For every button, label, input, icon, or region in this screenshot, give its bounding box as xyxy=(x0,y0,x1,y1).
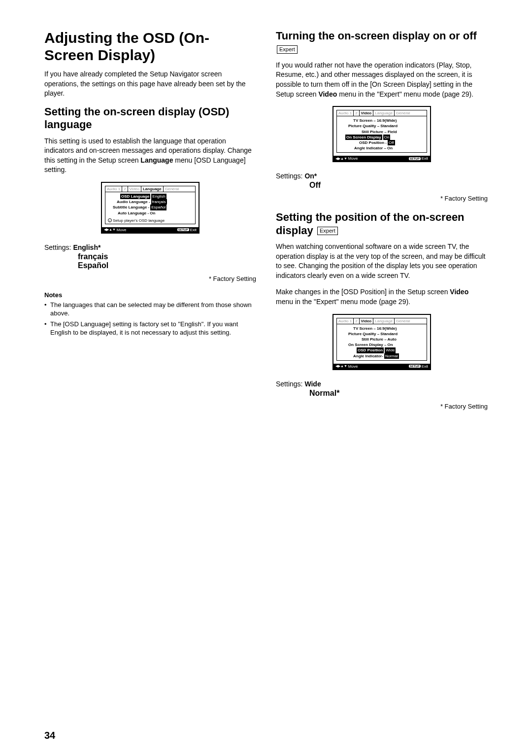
tab-2: 2 xyxy=(122,186,128,192)
note-item: The languages that can be selected may b… xyxy=(44,301,256,318)
tab-audio1: Audio 1 xyxy=(105,186,122,192)
arrow-icons: ◀▶▲▼ xyxy=(104,228,116,232)
setup-button: SETUP xyxy=(409,157,421,160)
note-item: The [OSD Language] setting is factory se… xyxy=(44,320,256,337)
main-heading: Adjusting the OSD (On-Screen Display) xyxy=(44,30,256,64)
factory-setting-note: * Factory Setting xyxy=(44,275,256,282)
intro-text: If you have already completed the Setup … xyxy=(44,69,256,99)
notes-list: The languages that can be selected may b… xyxy=(44,301,256,337)
settings-label: Settings: On* xyxy=(276,172,488,180)
tab-language: Language xyxy=(141,186,164,192)
arrow-icons: ◀▶▲▼ xyxy=(335,364,347,368)
osd-onoff-body: If you would rather not have the operati… xyxy=(276,61,488,99)
factory-setting-note: * Factory Setting xyxy=(276,195,488,202)
settings-label: Settings: Wide xyxy=(276,380,488,388)
setting-off: Off xyxy=(309,181,488,190)
osd-position-body2: Make changes in the [OSD Position] in th… xyxy=(276,287,488,307)
osd-onoff-screenshot: Audio 1 2 Video Language General TV Scre… xyxy=(332,106,431,162)
setting-francais: français xyxy=(78,252,256,261)
setting-espanol: Español xyxy=(78,261,256,270)
osd-language-screenshot: Audio 1 2 Video Language General OSD Lan… xyxy=(101,182,200,234)
setup-button: SETUP xyxy=(409,365,421,368)
setting-normal: Normal* xyxy=(309,389,488,398)
notes-heading: Notes xyxy=(44,291,256,299)
setup-button: SETUP xyxy=(177,228,189,231)
osd-onoff-heading: Turning the on-screen display on or off … xyxy=(276,30,488,56)
tab-general: General xyxy=(164,186,180,192)
expert-tag: Expert xyxy=(277,45,298,54)
settings-label: Settings: English* xyxy=(44,243,256,251)
factory-setting-note: * Factory Setting xyxy=(276,403,488,410)
osd-language-heading: Setting the on-screen display (OSD) lang… xyxy=(44,105,256,132)
osd-position-body1: When watching conventional software on a… xyxy=(276,242,488,280)
tab-video: Video xyxy=(128,186,141,192)
expert-tag: Expert xyxy=(317,227,338,235)
page-number: 34 xyxy=(44,730,55,741)
osd-position-screenshot: Audio 1 2 Video Language General TV Scre… xyxy=(332,314,431,370)
arrow-icons: ◀▶▲▼ xyxy=(335,157,347,161)
info-icon: i xyxy=(108,218,112,222)
osd-position-heading: Setting the position of the on-screen di… xyxy=(276,211,488,237)
osd-language-body: This setting is used to establish the la… xyxy=(44,137,256,175)
